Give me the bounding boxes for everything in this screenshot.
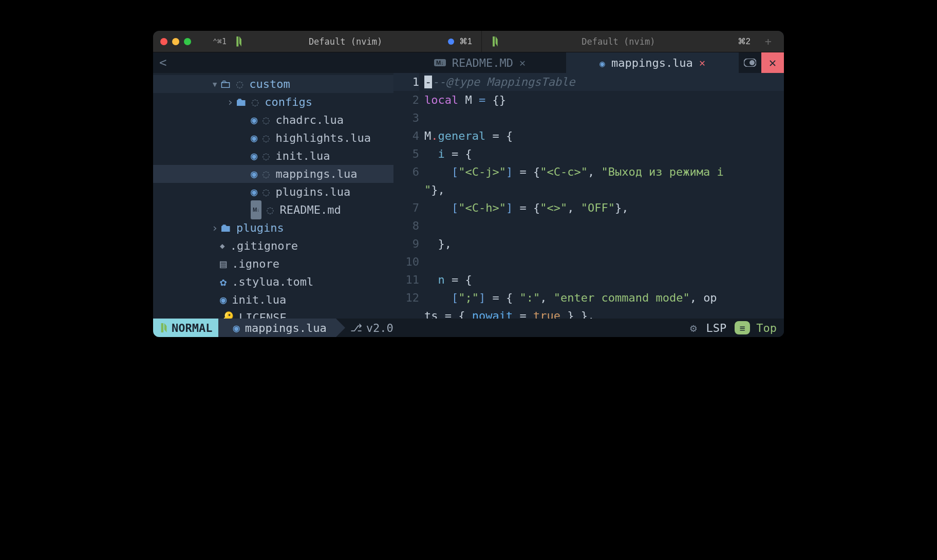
line-number: 7 (393, 199, 419, 217)
shortcut-badge: ⌃⌘1 (213, 37, 227, 46)
terminal-tab-1[interactable]: ⌃⌘1 Default (nvim) ⌘1 (203, 31, 481, 52)
file-name: mappings.lua (245, 322, 327, 334)
code-line[interactable] (424, 109, 784, 127)
lua-icon: ◉ (251, 147, 257, 165)
line-number: 11 (393, 271, 419, 289)
document-icon: ▤ (220, 255, 227, 273)
status-dotted-icon: ◌ (263, 111, 269, 129)
tree-item-label: README.md (280, 201, 341, 219)
svg-point-1 (749, 60, 755, 65)
editor[interactable]: 123456789101112 ---@type MappingsTablelo… (393, 73, 784, 319)
close-window-button[interactable] (160, 38, 167, 45)
titlebar: ⌃⌘1 Default (nvim) ⌘1 Default (nvim) ⌘2 … (153, 31, 784, 52)
tree-item-label: plugins.lua (276, 183, 351, 201)
code-line[interactable]: "}, (424, 181, 784, 199)
nvim-icon (159, 323, 168, 332)
tab-title: Default (nvim) (504, 36, 733, 47)
buffer-tab-readme[interactable]: M↓ README.MD ✕ (393, 52, 566, 73)
git-icon: ◆ (220, 237, 225, 255)
status-dotted-icon: ◌ (252, 93, 258, 111)
tree-file[interactable]: ◉init.lua (153, 291, 393, 309)
tree-file[interactable]: ◉◌mappings.lua (153, 165, 393, 183)
terminal-window: ⌃⌘1 Default (nvim) ⌘1 Default (nvim) ⌘2 … (153, 31, 784, 337)
tree-folder[interactable]: ›🖿plugins (153, 219, 393, 237)
tab-shortcut: ⌘1 (459, 36, 472, 46)
line-number: 10 (393, 253, 419, 271)
tree-item-label: init.lua (276, 147, 330, 165)
tree-file[interactable]: ◉◌chadrc.lua (153, 111, 393, 129)
lua-icon: ◉ (251, 111, 257, 129)
minimize-window-button[interactable] (172, 38, 179, 45)
theme-toggle-button[interactable] (739, 52, 761, 73)
folder-icon: 🖿 (220, 219, 231, 237)
status-dotted-icon: ◌ (263, 129, 269, 147)
line-number (393, 181, 419, 199)
tree-item-label: .ignore (232, 255, 279, 273)
back-chevron-icon[interactable]: < (159, 55, 166, 70)
status-dotted-icon: ◌ (267, 201, 273, 219)
code-area[interactable]: ---@type MappingsTablelocal M = {} M.gen… (424, 73, 784, 319)
code-line[interactable]: ts = { nowait = true } }, (424, 307, 784, 319)
terminal-tab-2[interactable]: Default (nvim) ⌘2 (481, 31, 760, 52)
settings-icon[interactable]: ⚙ (685, 322, 702, 334)
position-indicator: Top (754, 322, 784, 334)
lua-icon (599, 57, 605, 69)
file-tree[interactable]: ▾🗀◌custom›🖿◌configs◉◌chadrc.lua◉◌highlig… (153, 73, 393, 319)
tree-item-label: highlights.lua (276, 129, 371, 147)
tree-file[interactable]: ▤.ignore (153, 255, 393, 273)
code-line[interactable]: ---@type MappingsTable (424, 73, 784, 91)
lsp-indicator: LSP (702, 322, 731, 334)
key-icon: 🔑 (220, 309, 234, 319)
mode-indicator: NORMAL (153, 319, 218, 337)
code-line[interactable]: i = { (424, 145, 784, 163)
traffic-lights (160, 38, 191, 45)
git-branch-name: v2.0 (366, 322, 393, 334)
tree-file[interactable]: ◉◌highlights.lua (153, 129, 393, 147)
code-line[interactable]: M.general = { (424, 127, 784, 145)
code-line[interactable] (424, 253, 784, 271)
tree-file[interactable]: M↓◌README.md (153, 201, 393, 219)
code-line[interactable]: ["<C-h>"] = {"<>", "OFF"}, (424, 199, 784, 217)
tree-folder[interactable]: ▾🗀◌custom (153, 75, 393, 93)
lua-icon: ◉ (220, 291, 227, 309)
line-number: 6 (393, 163, 419, 181)
tree-file[interactable]: ◉◌plugins.lua (153, 183, 393, 201)
tree-file[interactable]: ✿.stylua.toml (153, 273, 393, 291)
code-line[interactable]: local M = {} (424, 91, 784, 109)
buffer-tab-bar: < M↓ README.MD ✕ mappings.lua ✕ ✕ (153, 52, 784, 73)
line-number: 5 (393, 145, 419, 163)
code-line[interactable]: ["<C-j>"] = {"<C-c>", "Выход из режима i (424, 163, 784, 181)
nvim-icon (235, 36, 243, 47)
tree-header: < (153, 52, 393, 73)
status-dotted-icon: ◌ (263, 165, 269, 183)
tree-folder[interactable]: ›🖿◌configs (153, 93, 393, 111)
close-buffer-button[interactable]: ✕ (519, 57, 526, 69)
line-number: 12 (393, 289, 419, 307)
activity-dot-icon (448, 39, 454, 45)
code-line[interactable]: [";"] = { ":", "enter command mode", op (424, 289, 784, 307)
tree-item-label: init.lua (232, 291, 286, 309)
gear-icon: ✿ (220, 273, 227, 291)
tree-file[interactable]: ◉◌init.lua (153, 147, 393, 165)
new-tab-button[interactable]: + (760, 35, 777, 48)
close-all-button[interactable]: ✕ (761, 52, 784, 73)
buffer-name: mappings.lua (611, 57, 693, 69)
tree-item-label: configs (265, 93, 312, 111)
close-buffer-button[interactable]: ✕ (699, 57, 705, 69)
line-number: 4 (393, 127, 419, 145)
buffer-tab-mappings[interactable]: mappings.lua ✕ (566, 52, 739, 73)
lines-icon: ≡ (735, 321, 750, 334)
tree-file[interactable]: 🔑LICENSE (153, 309, 393, 319)
code-line[interactable]: n = { (424, 271, 784, 289)
maximize-window-button[interactable] (184, 38, 191, 45)
tree-file[interactable]: ◆.gitignore (153, 237, 393, 255)
markdown-icon: M↓ (434, 59, 446, 66)
line-number (393, 307, 419, 319)
buffer-name: README.MD (452, 57, 513, 69)
code-line[interactable]: }, (424, 235, 784, 253)
status-dotted-icon: ◌ (263, 147, 269, 165)
git-branch-indicator: ⎇ v2.0 (336, 322, 401, 334)
lua-icon: ◉ (251, 129, 257, 147)
code-line[interactable] (424, 217, 784, 235)
tree-item-label: LICENSE (239, 309, 287, 319)
